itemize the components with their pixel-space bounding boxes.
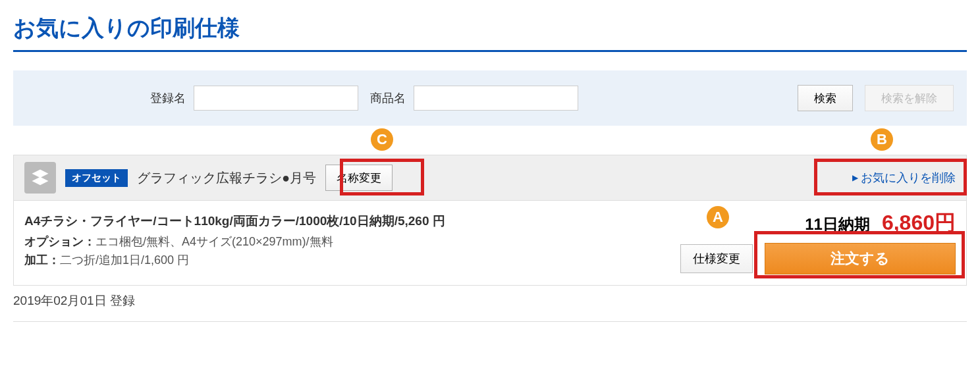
option-value: エコ梱包/無料、A4サイズ(210×297mm)/無料 — [95, 235, 333, 248]
option-label: オプション： — [24, 235, 95, 248]
clear-search-button[interactable]: 検索を解除 — [865, 85, 954, 111]
callout-b: B — [871, 128, 893, 151]
search-name-input[interactable] — [194, 86, 358, 111]
item-header: オフセット グラフィック広報チラシ●月号 名称変更 ▶ お気に入りを削除 — [14, 155, 966, 201]
favorite-item-card: オフセット グラフィック広報チラシ●月号 名称変更 ▶ お気に入りを削除 A4チ… — [13, 155, 967, 286]
actions-row: 仕様変更 注文する — [680, 243, 956, 274]
delete-favorite-label: お気に入りを削除 — [861, 170, 956, 186]
rename-button[interactable]: 名称変更 — [325, 165, 393, 191]
callout-c: C — [371, 128, 393, 151]
search-product-label: 商品名 — [370, 90, 406, 106]
search-panel: 登録名 商品名 検索 検索を解除 — [13, 70, 967, 126]
footer-divider — [13, 321, 967, 322]
item-body: A4チラシ・フライヤー/コート110kg/両面カラー/1000枚/10日納期/5… — [14, 201, 966, 285]
spec-change-button[interactable]: 仕様変更 — [680, 244, 753, 273]
search-name-label: 登録名 — [150, 90, 186, 106]
offset-badge: オフセット — [65, 169, 128, 187]
search-product-group: 商品名 — [370, 86, 578, 111]
registered-date: 2019年02月01日 登録 — [13, 292, 967, 309]
search-button[interactable]: 検索 — [798, 85, 853, 111]
search-name-group: 登録名 — [150, 86, 358, 111]
processing-value: 二つ折/追加1日/1,600 円 — [60, 253, 189, 267]
price-row: 11日納期 6,860円 — [805, 209, 956, 238]
arrow-right-icon: ▶ — [852, 173, 858, 182]
callout-a: A — [707, 206, 729, 228]
delivery-text: 11日納期 — [805, 214, 870, 235]
price-text: 6,860円 — [882, 209, 956, 238]
delete-favorite-link[interactable]: ▶ お気に入りを削除 — [852, 170, 956, 186]
page-title: お気に入りの印刷仕様 — [13, 13, 967, 52]
stack-icon — [24, 162, 56, 194]
order-button[interactable]: 注文する — [765, 243, 956, 274]
processing-label: 加工： — [24, 253, 60, 267]
favorite-item-name: グラフィック広報チラシ●月号 — [137, 169, 316, 187]
search-product-input[interactable] — [414, 86, 578, 111]
